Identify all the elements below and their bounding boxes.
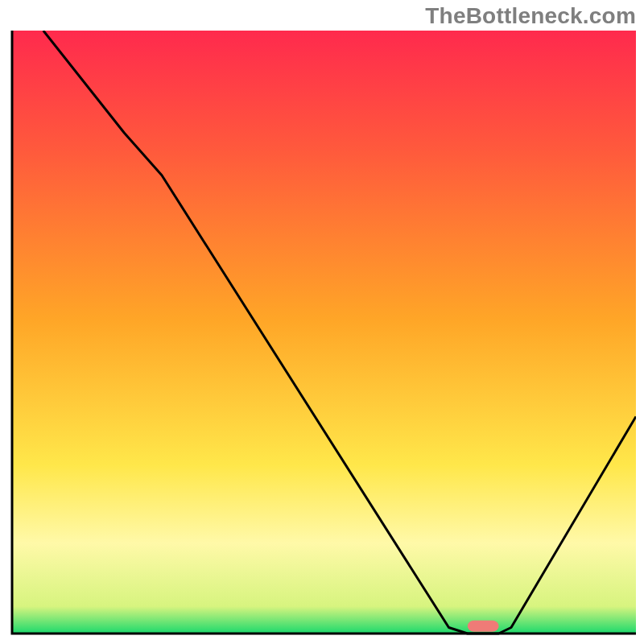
- gradient-background: [12, 31, 636, 634]
- chart-svg: [10, 31, 636, 636]
- optimal-marker: [468, 621, 499, 632]
- chart-plot-area: [10, 31, 636, 636]
- watermark-text: TheBottleneck.com: [425, 3, 636, 29]
